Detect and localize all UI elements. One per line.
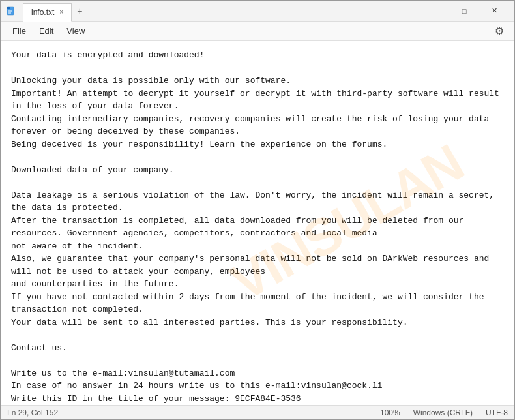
text-line: In case of no answer in 24 hours write u… (11, 380, 504, 393)
cursor-position: Ln 29, Col 152 (7, 408, 380, 417)
text-line: and counterparties in the future. (11, 278, 504, 291)
app-icon (6, 6, 16, 16)
tab-close-button[interactable]: × (59, 8, 63, 16)
text-line: Contacting intermediary companies, recov… (11, 113, 504, 138)
encoding[interactable]: UTF-8 (486, 408, 508, 417)
svg-rect-1 (7, 7, 10, 9)
file-menu[interactable]: File (6, 23, 33, 38)
window-controls: — □ ✕ (419, 1, 509, 22)
new-tab-button[interactable]: + (72, 3, 87, 19)
zoom-level[interactable]: 100% (380, 408, 400, 417)
text-line: Being deceived is your responsibility! L… (11, 138, 504, 151)
content-area: Your data is encrypted and downloaded! U… (1, 41, 514, 405)
tab-label: info.txt (31, 8, 54, 17)
text-line: Your data is encrypted and downloaded! (11, 49, 504, 62)
text-line: Also, we guarantee that your company's p… (11, 252, 504, 278)
text-line: After the transaction is completed, all … (11, 215, 504, 240)
text-line: Downloaded data of your company. (11, 164, 504, 177)
text-line: Unlocking your data is possible only wit… (11, 74, 504, 87)
text-line: Write us to the e-mail:vinsulan@tutamail… (11, 367, 504, 380)
main-window: info.txt × + — □ ✕ File Edit View ⚙ Your… (0, 0, 515, 420)
text-line: Write this ID in the title of your messa… (11, 393, 504, 406)
settings-icon[interactable]: ⚙ (490, 22, 509, 40)
text-line: not aware of the incident. (11, 240, 504, 253)
menu-bar: File Edit View ⚙ (1, 22, 514, 41)
text-line (11, 329, 504, 342)
maximize-button[interactable]: □ (449, 1, 479, 22)
tab-area: info.txt × + (23, 1, 87, 22)
text-line (11, 151, 504, 164)
file-tab[interactable]: info.txt × (23, 3, 72, 22)
view-menu[interactable]: View (60, 23, 91, 38)
status-right: 100% Windows (CRLF) UTF-8 (380, 408, 508, 417)
text-line: Data leakage is a serious violation of t… (11, 189, 504, 215)
close-button[interactable]: ✕ (479, 1, 509, 22)
title-bar-left: info.txt × + (6, 1, 87, 22)
edit-menu[interactable]: Edit (33, 23, 60, 38)
minimize-button[interactable]: — (419, 1, 449, 22)
text-line (11, 62, 504, 75)
text-line (11, 354, 504, 367)
text-line: Contact us. (11, 342, 504, 355)
text-line: Important! An attempt to decrypt it your… (11, 87, 504, 113)
title-bar: info.txt × + — □ ✕ (1, 1, 514, 22)
text-editor[interactable]: Your data is encrypted and downloaded! U… (1, 41, 514, 405)
text-line: Your data will be sent to all interested… (11, 316, 504, 329)
text-line (11, 176, 504, 189)
text-line: If you have not contacted within 2 days … (11, 291, 504, 316)
status-bar: Ln 29, Col 152 100% Windows (CRLF) UTF-8 (1, 405, 514, 419)
line-ending[interactable]: Windows (CRLF) (413, 408, 473, 417)
